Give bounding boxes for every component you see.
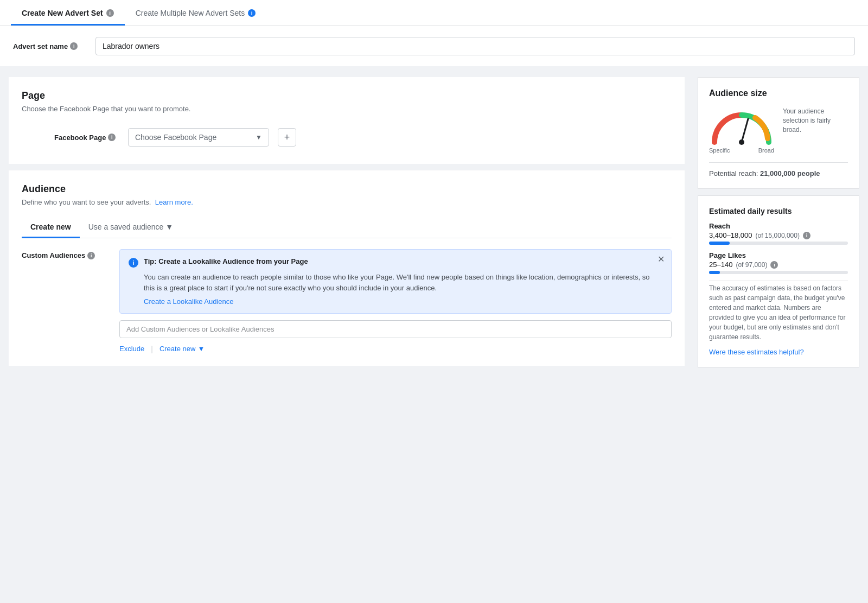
gauge-svg [709,107,774,145]
tip-body: You can create an audience to reach peop… [144,272,662,293]
page-likes-bar [709,271,848,274]
advert-name-info-icon[interactable]: i [70,42,78,50]
fb-page-plus-button[interactable]: + [278,128,296,147]
tab-create-new-info-icon[interactable]: i [106,9,114,17]
tip-link[interactable]: Create a Lookalike Audience [144,297,662,306]
page-section: Page Choose the Facebook Page that you w… [9,77,685,164]
fb-page-info-icon[interactable]: i [108,134,116,141]
audience-size-card: Audience size [698,77,859,189]
right-sidebar: Audience size [691,77,859,603]
page-likes-value: 25–140 (of 97,000) i [709,261,848,269]
reach-label: Reach [709,222,848,230]
potential-reach: Potential reach: 21,000,000 people [709,162,848,177]
advert-set-name-input[interactable] [95,37,855,55]
reach-bar [709,242,848,245]
gauge-label-broad: Broad [758,147,774,154]
fb-page-label: Facebook Page i [54,134,119,142]
tip-info-icon: i [129,258,138,268]
tab-create-multiple-label: Create Multiple New Advert Sets [136,9,245,17]
page-section-title: Page [22,90,672,101]
gauge-chart [709,107,774,145]
tab-create-new-advert-set[interactable]: Create New Advert Set i [11,0,125,26]
audience-size-title: Audience size [709,88,848,98]
estimated-daily-card: Estimated daily results Reach 3,400–18,0… [698,195,859,367]
tabs-bar: Create New Advert Set i Create Multiple … [0,0,868,26]
audience-section-subtitle: Define who you want to see your adverts.… [22,198,672,206]
gauge-label-specific: Specific [709,147,730,154]
svg-point-1 [739,139,744,145]
page-likes-bar-fill [709,271,720,274]
audience-section-title: Audience [22,183,672,195]
create-new-chevron-icon: ▼ [197,345,205,353]
audience-size-description: Your audience selection is fairly broad. [783,107,848,134]
custom-audiences-area: Custom Audiences i ✕ i Tip: Create a Loo… [22,238,672,366]
tip-title: Tip: Create a Lookalike Audience from yo… [144,257,308,265]
exclude-create-row: Exclude | Create new ▼ [119,342,672,355]
gauge-area: Specific Broad Your audience selection i… [709,107,848,154]
create-new-link[interactable]: Create new ▼ [155,342,209,355]
reach-info-icon[interactable]: i [803,232,810,239]
svg-line-0 [742,119,748,142]
custom-audiences-search-input[interactable] [119,320,672,338]
saved-audience-chevron-icon: ▼ [165,223,173,231]
reach-bar-fill [709,242,730,245]
tab-create-multiple-info-icon[interactable]: i [248,9,256,17]
tip-box: ✕ i Tip: Create a Lookalike Audience fro… [119,249,672,314]
tab-create-new-label: Create New Advert Set [22,9,103,17]
inner-tab-create-new[interactable]: Create new [22,217,80,238]
tip-close-button[interactable]: ✕ [658,255,665,264]
helpful-link[interactable]: Were these estimates helpful? [709,348,804,356]
fb-page-placeholder: Choose Facebook Page [135,133,216,142]
custom-audiences-label: Custom Audiences i [22,249,108,259]
tab-create-multiple[interactable]: Create Multiple New Advert Sets i [125,0,267,26]
exclude-link[interactable]: Exclude [119,342,149,355]
custom-audiences-info-icon[interactable]: i [87,252,95,259]
disclaimer-text: The accuracy of estimates is based on fa… [709,281,848,342]
inner-tabs: Create new Use a saved audience ▼ [22,217,672,238]
page-section-subtitle: Choose the Facebook Page that you want t… [22,105,672,113]
chevron-down-icon: ▼ [256,134,262,141]
reach-value: 3,400–18,000 (of 15,000,000) i [709,231,848,239]
page-likes-info-icon[interactable]: i [770,261,778,269]
fb-page-dropdown[interactable]: Choose Facebook Page ▼ [128,128,269,147]
divider: | [151,345,153,353]
advert-set-name-section: Advert set name i [0,26,868,71]
audience-section: Audience Define who you want to see your… [9,170,685,366]
learn-more-link[interactable]: Learn more. [155,198,193,206]
advert-set-name-label: Advert set name i [13,42,89,50]
estimated-daily-title: Estimated daily results [709,207,848,215]
page-likes-label: Page Likes [709,251,848,259]
inner-tab-saved-audience[interactable]: Use a saved audience ▼ [80,217,182,238]
